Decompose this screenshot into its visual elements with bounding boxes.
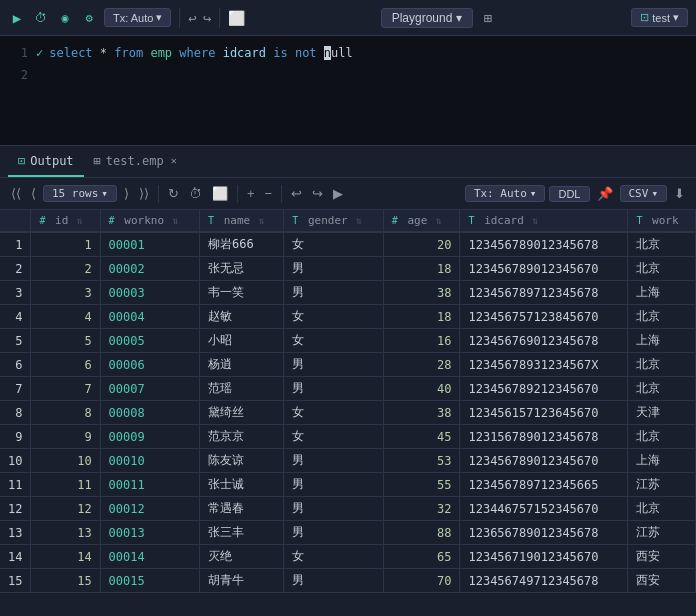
last-page-button[interactable]: ⟩⟩ [136, 184, 152, 203]
name-cell: 范京京 [200, 425, 284, 449]
workno-col-label: workno [124, 214, 164, 227]
col-header-name[interactable]: T name ⇅ [200, 210, 284, 232]
table-row[interactable]: 4 4 00004 赵敏 女 18 123456757123845670 北京 [0, 305, 696, 329]
work-cell: 北京 [628, 425, 696, 449]
remove-row-button[interactable]: − [262, 184, 276, 203]
row-num-cell: 3 [0, 281, 31, 305]
sql-null-rest: ull [331, 46, 353, 60]
next-page-button[interactable]: ⟩ [121, 184, 132, 203]
table-row[interactable]: 15 15 00015 胡青牛 男 70 123456749712345678 … [0, 569, 696, 593]
col-header-age[interactable]: # age ⇅ [383, 210, 460, 232]
col-header-work[interactable]: T work [628, 210, 696, 232]
play-circle-icon[interactable]: ◉ [56, 9, 74, 27]
workno-cell: 00014 [100, 545, 199, 569]
redo-button[interactable]: ↪ [203, 10, 211, 26]
add-row-button[interactable]: + [244, 184, 258, 203]
table-row[interactable]: 10 10 00010 陈友谅 男 53 123456789012345670 … [0, 449, 696, 473]
id-sort-icon: ⇅ [77, 215, 83, 226]
workno-cell: 00011 [100, 473, 199, 497]
work-cell: 北京 [628, 497, 696, 521]
workno-col-icon: # [109, 215, 115, 226]
undo-button[interactable]: ↩ [188, 10, 196, 26]
sql-editor[interactable]: 1 ✓ select * from emp where idcard is no… [0, 36, 696, 146]
download-button[interactable]: ⬇ [671, 184, 688, 203]
table-row[interactable]: 3 3 00003 韦一笑 男 38 123456789712345678 上海 [0, 281, 696, 305]
name-col-icon: T [208, 215, 214, 226]
stop-button[interactable]: ⬜ [228, 10, 245, 26]
workno-cell: 00005 [100, 329, 199, 353]
sql-table-name: emp [143, 46, 179, 60]
rows-count-label: 15 rows [52, 187, 98, 200]
tab-output[interactable]: ⊡ Output [8, 146, 84, 177]
line-status-check: ✓ [36, 46, 43, 60]
table-row[interactable]: 12 12 00012 常遇春 男 32 123446757152345670 … [0, 497, 696, 521]
name-cell: 胡青牛 [200, 569, 284, 593]
age-cell: 32 [383, 497, 460, 521]
csv-dropdown[interactable]: CSV ▾ [620, 185, 668, 202]
table-row[interactable]: 9 9 00009 范京京 女 45 123156789012345678 北京 [0, 425, 696, 449]
test-dropdown[interactable]: ⊡ test ▾ [631, 8, 688, 27]
idcard-cell: 123456757123845670 [460, 305, 628, 329]
row-num-cell: 11 [0, 473, 31, 497]
workno-cell: 00004 [100, 305, 199, 329]
first-page-button[interactable]: ⟨⟨ [8, 184, 24, 203]
workno-cell: 00008 [100, 401, 199, 425]
redo-results-button[interactable]: ↪ [309, 184, 326, 203]
tab-bar: ⊡ Output ⊞ test.emp ✕ [0, 146, 696, 178]
table-row[interactable]: 2 2 00002 张无忌 男 18 123456789012345670 北京 [0, 257, 696, 281]
col-header-id[interactable]: # id ⇅ [31, 210, 100, 232]
id-cell: 6 [31, 353, 100, 377]
age-cell: 45 [383, 425, 460, 449]
test-label: test [652, 12, 670, 24]
row-num-cell: 1 [0, 232, 31, 257]
grid-icon[interactable]: ⊞ [483, 10, 491, 26]
row-num-cell: 9 [0, 425, 31, 449]
work-cell: 江苏 [628, 521, 696, 545]
tab-close-button[interactable]: ✕ [171, 155, 177, 166]
table-row[interactable]: 8 8 00008 黛绮丝 女 38 123456157123645670 天津 [0, 401, 696, 425]
tx-auto-dropdown[interactable]: Tx: Auto ▾ [104, 8, 171, 27]
refresh-button[interactable]: ↻ [165, 184, 182, 203]
id-col-icon: # [39, 215, 45, 226]
sql-star: * [93, 46, 115, 60]
csv-chevron: ▾ [651, 187, 658, 200]
idcard-cell: 123456157123645670 [460, 401, 628, 425]
work-cell: 北京 [628, 232, 696, 257]
data-table-container[interactable]: # id ⇅ # workno ⇅ T name ⇅ [0, 210, 696, 616]
table-row[interactable]: 5 5 00005 小昭 女 16 123456769012345678 上海 [0, 329, 696, 353]
apply-button[interactable]: ▶ [330, 184, 346, 203]
table-row[interactable]: 7 7 00007 范瑶 男 40 123456789212345670 北京 [0, 377, 696, 401]
prev-page-button[interactable]: ⟨ [28, 184, 39, 203]
id-cell: 2 [31, 257, 100, 281]
table-row[interactable]: 14 14 00014 灭绝 女 65 123456719012345670 西… [0, 545, 696, 569]
gender-cell: 男 [284, 257, 383, 281]
work-col-icon: T [636, 215, 642, 226]
tab-test-emp[interactable]: ⊞ test.emp ✕ [84, 146, 187, 177]
col-header-gender[interactable]: T gender ⇅ [284, 210, 383, 232]
stop-results-button[interactable]: ⬜ [209, 184, 231, 203]
col-header-idcard[interactable]: T idcard ⇅ [460, 210, 628, 232]
row-num-cell: 6 [0, 353, 31, 377]
tx-auto-results-badge[interactable]: Tx: Auto ▾ [465, 185, 546, 202]
pin-button[interactable]: 📌 [594, 184, 616, 203]
playground-dropdown[interactable]: Playground ▾ [381, 8, 474, 28]
table-row[interactable]: 1 1 00001 柳岩666 女 20 123456789012345678 … [0, 232, 696, 257]
ddl-button[interactable]: DDL [549, 186, 589, 202]
run-button[interactable]: ▶ [8, 9, 26, 27]
rows-count-badge[interactable]: 15 rows ▾ [43, 185, 117, 202]
table-row[interactable]: 13 13 00013 张三丰 男 88 123656789012345678 … [0, 521, 696, 545]
gender-cell: 男 [284, 353, 383, 377]
name-cell: 赵敏 [200, 305, 284, 329]
table-row[interactable]: 6 6 00006 杨逍 男 28 12345678931234567X 北京 [0, 353, 696, 377]
col-header-workno[interactable]: # workno ⇅ [100, 210, 199, 232]
history-button[interactable]: ⏱ [186, 184, 205, 203]
settings-icon[interactable]: ⚙ [80, 9, 98, 27]
sql-where-keyword: where [179, 46, 215, 60]
db-icon: ⊡ [640, 11, 649, 24]
undo-results-button[interactable]: ↩ [288, 184, 305, 203]
chevron-down-icon-3: ▾ [673, 11, 679, 24]
row-num-header [0, 210, 31, 232]
table-row[interactable]: 11 11 00011 张士诚 男 55 123456789712345665 … [0, 473, 696, 497]
age-cell: 38 [383, 281, 460, 305]
age-col-icon: # [392, 215, 398, 226]
